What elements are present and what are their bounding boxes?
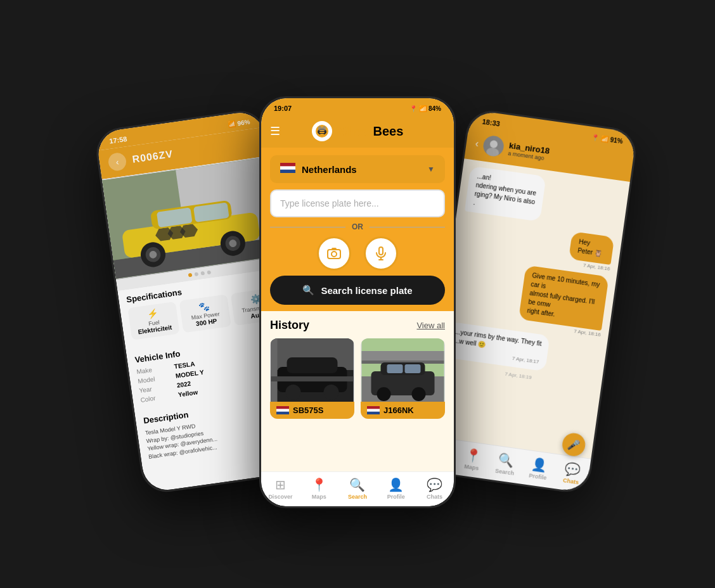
center-time: 19:07 <box>274 105 292 112</box>
history-card-1-label: SB575S <box>270 402 354 419</box>
svg-point-55 <box>412 387 426 401</box>
model-label: Model <box>138 374 164 385</box>
app-header: ☰ <box>261 116 454 148</box>
back-button[interactable]: ‹ <box>107 152 127 172</box>
dot-2 <box>195 272 199 276</box>
right-battery: 91% <box>610 136 623 145</box>
history-grid: SB575S <box>270 338 445 419</box>
svg-rect-44 <box>271 376 354 381</box>
right-nav-profile[interactable]: 👤 Profile <box>521 455 557 482</box>
nav-discover[interactable]: ⊞ Discover <box>264 477 297 500</box>
model-value: MODEL Y <box>175 369 204 380</box>
bee-logo-icon <box>312 121 332 141</box>
history-section: History View all <box>261 311 454 471</box>
svg-rect-57 <box>405 364 421 373</box>
right-maps-label: Maps <box>464 463 479 471</box>
msg-3-text: Give me 10 minutes, my car isalmost full… <box>527 272 600 318</box>
menu-icon[interactable]: ☰ <box>270 124 280 138</box>
year-value: 2022 <box>176 380 191 389</box>
make-value: TESLA <box>174 361 195 370</box>
left-status-icons: 📶 96% <box>228 118 250 128</box>
right-nav-search[interactable]: 🔍 Search <box>488 451 524 478</box>
dot-1 <box>188 273 193 278</box>
year-label: Year <box>139 384 165 394</box>
color-label: Color <box>140 393 166 403</box>
search-button[interactable]: 🔍 Search license plate <box>270 276 445 305</box>
msg-4-time: 7 Apr, 18:17 <box>452 347 539 366</box>
svg-rect-56 <box>387 364 403 373</box>
svg-rect-33 <box>379 247 383 255</box>
profile-icon: 👤 <box>388 477 404 492</box>
search-label: Search <box>348 494 367 500</box>
svg-point-42 <box>324 385 339 400</box>
history-card-1[interactable]: SB575S <box>270 338 354 419</box>
camera-button[interactable] <box>317 236 351 271</box>
msg-4-text: ...your rims by the way. They fit...w we… <box>453 328 542 348</box>
color-value: Yellow <box>177 388 198 398</box>
fuel-icon: ⚡ <box>133 306 172 321</box>
svg-point-41 <box>286 385 301 400</box>
discover-label: Discover <box>268 494 292 500</box>
msg-3-container: Give me 10 minutes, my car isalmost full… <box>496 262 609 338</box>
signal-icon: 📶 <box>228 120 236 128</box>
left-time: 17:58 <box>109 135 128 145</box>
right-nav-chats[interactable]: 💬 Chats <box>554 459 590 487</box>
history-title: History <box>270 319 309 332</box>
right-status-icons: 📍 📶 91% <box>591 133 623 144</box>
dot-4 <box>207 271 211 275</box>
search-nav-icon: 🔍 <box>349 477 365 492</box>
right-signal-icon: 📶 <box>600 135 609 143</box>
search-btn-label: Search license plate <box>321 285 412 296</box>
msg-2-container: Hey Peter 🦉 7 Apr, 18:16 <box>557 230 614 272</box>
dot-3 <box>200 271 205 276</box>
chat-back-button[interactable]: ‹ <box>475 138 480 150</box>
nav-profile[interactable]: 👤 Profile <box>380 477 413 500</box>
right-search-label: Search <box>495 468 515 476</box>
right-chats-icon: 💬 <box>564 461 581 478</box>
chat-messages: ...an!ndering when you arerging? My Niro… <box>425 158 630 458</box>
input-placeholder: Type license plate here... <box>280 198 379 208</box>
msg-3: Give me 10 minutes, my car isalmost full… <box>519 265 609 331</box>
svg-rect-29 <box>280 170 295 173</box>
center-bottom-nav: ⊞ Discover 📍 Maps 🔍 Search 👤 Profile 💬 <box>261 471 454 506</box>
history-card-2-label: J166NK <box>361 402 445 419</box>
view-all-link[interactable]: View all <box>416 321 445 330</box>
power-card: 🐾 Max Power 300 HP <box>179 294 231 333</box>
dropdown-chevron: ▼ <box>427 165 435 174</box>
mic-button[interactable] <box>364 236 398 271</box>
svg-rect-60 <box>367 412 380 414</box>
svg-rect-22 <box>320 134 324 135</box>
discover-icon: ⊞ <box>275 477 286 492</box>
right-search-icon: 🔍 <box>498 452 515 469</box>
nav-search[interactable]: 🔍 Search <box>341 477 374 500</box>
icon-buttons <box>270 236 445 271</box>
history-card-2[interactable]: J166NK <box>361 338 445 419</box>
logo-wheel: Wheel <box>336 124 373 138</box>
msg-2-text: Hey Peter 🦉 <box>577 238 603 257</box>
right-profile-label: Profile <box>529 472 547 481</box>
maps-icon: 📍 <box>311 477 327 492</box>
svg-rect-43 <box>271 338 278 402</box>
location-icon: 📍 <box>409 105 417 112</box>
history-header: History View all <box>270 319 445 332</box>
msg-1: ...an!ndering when you arerging? My Niro… <box>465 166 546 222</box>
nav-maps[interactable]: 📍 Maps <box>302 477 335 500</box>
chats-label: Chats <box>427 494 442 500</box>
svg-rect-46 <box>276 406 289 409</box>
center-status-icons: 📍 📶 84% <box>409 105 441 112</box>
right-time: 18:33 <box>482 118 501 128</box>
battery-left: 96% <box>237 118 250 127</box>
battery-center: 84% <box>428 105 441 112</box>
svg-rect-50 <box>362 351 444 361</box>
logo-bees: Bees <box>373 124 404 138</box>
country-selector[interactable]: Netherlands ▼ <box>270 155 445 183</box>
nav-chats[interactable]: 💬 Chats <box>418 477 451 500</box>
center-content: Netherlands ▼ Type license plate here...… <box>261 148 454 471</box>
right-nav-maps[interactable]: 📍 Maps <box>454 445 491 473</box>
right-profile-icon: 👤 <box>531 456 548 473</box>
right-maps-icon: 📍 <box>464 447 482 464</box>
voice-fab-icon: 🎤 <box>567 438 581 452</box>
maps-label: Maps <box>312 494 326 500</box>
country-name: Netherlands <box>302 164 357 175</box>
license-plate-input[interactable]: Type license plate here... <box>270 189 445 217</box>
